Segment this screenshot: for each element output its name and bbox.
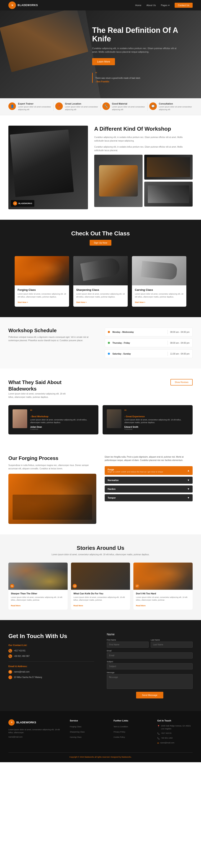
footer-service-item-2: Sharpening Class bbox=[70, 730, 105, 733]
footer-phone-2-icon: 📞 bbox=[157, 737, 160, 740]
contact-info-label: Our Contact List: bbox=[8, 644, 94, 646]
email-field[interactable] bbox=[107, 652, 193, 658]
last-name-label: Last Name bbox=[151, 639, 193, 641]
process-step-normalize[interactable]: Normalize ▼ bbox=[105, 477, 193, 484]
footer-phone-1-text: +617 410 81 bbox=[161, 732, 171, 735]
contact-phone-2-text: +60 821 460 987 bbox=[14, 655, 30, 657]
nav-logo: ⚒ BLADEWORKS bbox=[8, 1, 38, 9]
footer-service-link-3[interactable]: Carving Class bbox=[70, 736, 82, 738]
footer-further-links: Further Links Term & Condition Privacy P… bbox=[113, 719, 149, 746]
workshop-img-knife-ornate bbox=[94, 155, 143, 207]
contact-phone-2: 📞 +60 821 460 987 bbox=[8, 654, 94, 658]
story-link-2[interactable]: Read More bbox=[74, 604, 83, 607]
story-card-1: 01 Sharper Than The Other Lorem ipsum do… bbox=[8, 563, 68, 610]
footer-service-link-2[interactable]: Sharpening Class bbox=[70, 731, 85, 733]
first-name-input[interactable] bbox=[107, 642, 149, 648]
nav-links: Home About Us Pages ▾ Contact Us bbox=[135, 3, 193, 8]
footer-brand-description: Lorem ipsum dolor sit amet, consectetur … bbox=[8, 728, 61, 734]
process-step-forge[interactable]: Forge Begin at 1260F-1300F and reduce th… bbox=[105, 466, 193, 475]
footer-service-link-1[interactable]: Forging Class bbox=[70, 725, 82, 728]
class-body-sharpening: Sharpening Class Lorem ipsum dolor sit a… bbox=[73, 285, 128, 307]
feature-expert-text: Expert Trainer Lorem ipsum dolor sit ame… bbox=[18, 102, 52, 111]
feature-consultation-desc: Lorem ipsum dolor sit amet consectetur a… bbox=[159, 105, 193, 111]
form-name-row: First Name Last Name bbox=[107, 639, 193, 650]
footer-address-item: 📍 2345 Oak Ridge Avenue, GA 45621 Los An… bbox=[157, 724, 193, 731]
class-body-forging: Forging Class Lorem ipsum dolor sit amet… bbox=[15, 285, 69, 307]
message-textarea[interactable] bbox=[107, 674, 193, 689]
footer-further-links-list: Term & Condition Privacy Policy Cookie P… bbox=[113, 724, 149, 739]
footer-further-link-2[interactable]: Privacy Policy bbox=[113, 731, 125, 733]
contact-form-name: Name bbox=[107, 632, 193, 636]
testimonial-tag-2: - Great Experience bbox=[124, 415, 189, 418]
message-label: Message bbox=[107, 672, 193, 674]
testimonial-role-2: Customer bbox=[124, 428, 189, 430]
hero-quote: " There was never a good knife made of b… bbox=[92, 73, 180, 83]
workshop-text: A Different Kind Of Workshop Curabitur a… bbox=[94, 126, 193, 152]
workshop-badge-icon: ⚒ bbox=[13, 201, 17, 206]
hero-cta-btn[interactable]: Learn More bbox=[92, 58, 115, 65]
footer: ⚒ BLADEWORKS Lorem ipsum dolor sit amet,… bbox=[0, 711, 201, 762]
footer-further-links-title: Further Links bbox=[113, 719, 149, 722]
nav-home[interactable]: Home bbox=[135, 4, 141, 6]
navbar: ⚒ BLADEWORKS Home About Us Pages ▾ Conta… bbox=[0, 0, 201, 10]
forging-image bbox=[8, 474, 96, 524]
footer-further-link-1[interactable]: Term & Condition bbox=[113, 725, 128, 728]
show-reviews-btn[interactable]: Show Reviews bbox=[170, 379, 193, 385]
footer-email-item: ✉ name@mail.com bbox=[157, 741, 193, 745]
testimonials-section: What They Said About Bladeworks Lorem ip… bbox=[0, 369, 201, 445]
class-card-forging: Forging Class Lorem ipsum dolor sit amet… bbox=[15, 256, 69, 307]
footer-phone-1-item: 📞 +617 410 81 bbox=[157, 732, 193, 735]
testimonial-text-2: Lorem ipsum dolor sit amet, consectetur … bbox=[124, 418, 189, 424]
process-step-forge-note: Begin at 1260F-1300F and reduce the heat… bbox=[108, 471, 163, 473]
testimonial-role-1: Customer bbox=[30, 428, 94, 430]
story-fire-3 bbox=[133, 563, 193, 590]
process-step-harden[interactable]: Harden ▼ bbox=[105, 486, 193, 493]
process-step-forge-content: Forge Begin at 1260F-1300F and reduce th… bbox=[108, 468, 163, 473]
story-link-1[interactable]: Read More bbox=[11, 604, 21, 607]
process-step-temper[interactable]: Temper ▼ bbox=[105, 494, 193, 501]
last-name-input[interactable] bbox=[151, 642, 193, 648]
story-body-3: Don't Hit Too Hard Lorem ipsum dolor sit… bbox=[133, 590, 193, 610]
schedule-day-3: Saturday - Sunday bbox=[112, 353, 165, 355]
footer-brand-email: name@mail.com bbox=[8, 736, 61, 738]
class-link-sharpening[interactable]: Start Now > bbox=[76, 301, 87, 303]
subject-input[interactable] bbox=[107, 663, 193, 670]
address-icon: 📍 bbox=[8, 676, 12, 679]
testimonial-content-2: " - Great Experience Lorem ipsum dolor s… bbox=[124, 409, 189, 430]
footer-get-in-touch: Get In Touch 📍 2345 Oak Ridge Avenue, GA… bbox=[157, 719, 193, 746]
class-cards: Forging Class Lorem ipsum dolor sit amet… bbox=[8, 256, 193, 307]
class-link-carving[interactable]: Start Now > bbox=[135, 301, 145, 303]
feature-expert: 👤 Expert Trainer Lorem ipsum dolor sit a… bbox=[8, 102, 52, 111]
footer-copyright: Copyright © 2024 bladeworks all rights r… bbox=[69, 756, 132, 758]
process-step-temper-icon: ▼ bbox=[187, 496, 190, 499]
story-link-3[interactable]: Read More bbox=[136, 604, 145, 607]
process-steps: Forge Begin at 1260F-1300F and reduce th… bbox=[105, 466, 193, 501]
location-icon: 📍 bbox=[55, 102, 63, 110]
nav-contact-btn[interactable]: Contact Us bbox=[175, 3, 193, 8]
footer-bottom: Copyright © 2024 bladeworks all rights r… bbox=[8, 753, 193, 758]
check-class-cta-btn[interactable]: Sign Up Now bbox=[90, 240, 111, 246]
stories-description: Lorem ipsum dolor sit amet, consectetur … bbox=[48, 553, 153, 556]
nav-about[interactable]: About Us bbox=[146, 4, 156, 6]
footer-further-link-item-2: Privacy Policy bbox=[113, 730, 149, 733]
testimonials-title: What They Said About Bladeworks bbox=[8, 379, 71, 392]
story-spark-1 bbox=[8, 563, 68, 590]
hero-image-left bbox=[0, 10, 100, 98]
nav-pages[interactable]: Pages ▾ bbox=[161, 4, 169, 7]
contact-address-text: 10 Niftur Sanha No.57 Malang bbox=[14, 676, 42, 678]
hero-quote-author: - Ben Franklin bbox=[95, 81, 180, 83]
process-step-normalize-label: Normalize bbox=[108, 479, 119, 482]
class-link-forging[interactable]: Start Now > bbox=[18, 301, 28, 303]
hero-description: Curabitur adipiscing elit, in sodales te… bbox=[92, 46, 180, 54]
feature-divider-1 bbox=[53, 102, 54, 111]
workshop-images bbox=[94, 155, 193, 207]
quote-mark-2: " bbox=[124, 409, 189, 414]
email-label: Email & Address: bbox=[8, 665, 94, 668]
story-title-1: Sharper Than The Other bbox=[11, 592, 65, 595]
workshop-left-image: ⚒ BLADEWORKS bbox=[8, 126, 88, 209]
story-img-3: 17 bbox=[133, 563, 193, 590]
footer-further-link-3[interactable]: Cookie Policy bbox=[113, 736, 125, 738]
forging-worker-silhouette bbox=[12, 495, 92, 520]
footer-service: Service Forging Class Sharpening Class C… bbox=[70, 719, 105, 746]
submit-btn[interactable]: Send Message bbox=[136, 692, 163, 699]
